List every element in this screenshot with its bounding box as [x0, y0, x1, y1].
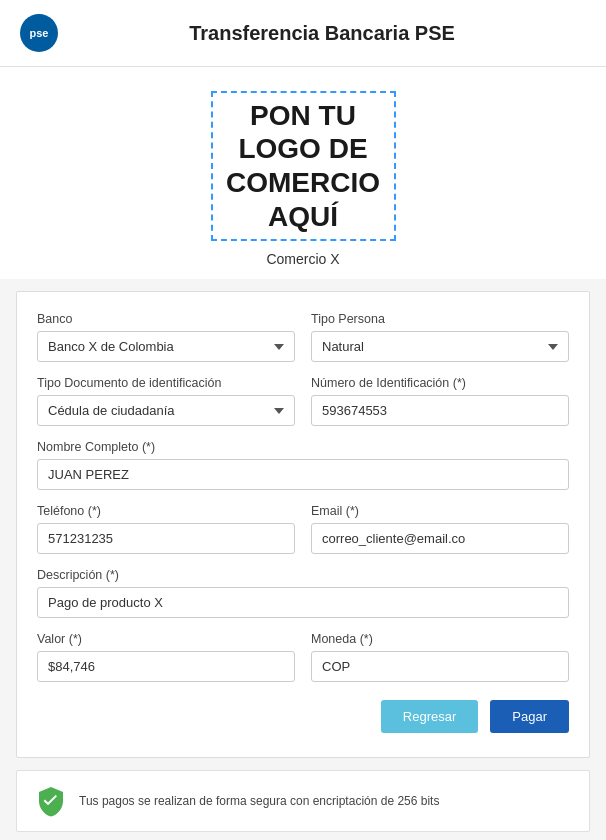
form-row-3: Nombre Completo (*) [37, 440, 569, 490]
telefono-input[interactable] [37, 523, 295, 554]
moneda-input[interactable] [311, 651, 569, 682]
valor-group: Valor (*) [37, 632, 295, 682]
email-input[interactable] [311, 523, 569, 554]
banco-select[interactable]: Banco X de ColombiaBancolombiaDavivienda… [37, 331, 295, 362]
tipo-doc-label: Tipo Documento de identificación [37, 376, 295, 390]
nombre-label: Nombre Completo (*) [37, 440, 569, 454]
num-id-label: Número de Identificación (*) [311, 376, 569, 390]
descripcion-group: Descripción (*) [37, 568, 569, 618]
form-row-2: Tipo Documento de identificación Cédula … [37, 376, 569, 426]
security-text: Tus pagos se realizan de forma segura co… [79, 794, 439, 808]
form-row-5: Descripción (*) [37, 568, 569, 618]
telefono-group: Teléfono (*) [37, 504, 295, 554]
form-section: Banco Banco X de ColombiaBancolombiaDavi… [16, 291, 590, 758]
logo-section: PON TU LOGO DE COMERCIO AQUÍ Comercio X [0, 67, 606, 279]
descripcion-input[interactable] [37, 587, 569, 618]
form-row-1: Banco Banco X de ColombiaBancolombiaDavi… [37, 312, 569, 362]
num-id-input[interactable] [311, 395, 569, 426]
page-title: Transferencia Bancaria PSE [58, 22, 586, 45]
header: pse Transferencia Bancaria PSE [0, 0, 606, 67]
tipo-persona-label: Tipo Persona [311, 312, 569, 326]
nombre-group: Nombre Completo (*) [37, 440, 569, 490]
telefono-label: Teléfono (*) [37, 504, 295, 518]
form-row-6: Valor (*) Moneda (*) [37, 632, 569, 682]
logo-placeholder: PON TU LOGO DE COMERCIO AQUÍ [211, 91, 396, 241]
regresar-button[interactable]: Regresar [381, 700, 478, 733]
commerce-name: Comercio X [266, 251, 339, 267]
tipo-doc-select[interactable]: Cédula de ciudadaníaPasaporteNIT [37, 395, 295, 426]
email-group: Email (*) [311, 504, 569, 554]
pse-logo: pse [20, 14, 58, 52]
nombre-input[interactable] [37, 459, 569, 490]
banco-group: Banco Banco X de ColombiaBancolombiaDavi… [37, 312, 295, 362]
banco-label: Banco [37, 312, 295, 326]
logo-placeholder-text: PON TU LOGO DE COMERCIO AQUÍ [225, 99, 382, 233]
valor-label: Valor (*) [37, 632, 295, 646]
form-row-4: Teléfono (*) Email (*) [37, 504, 569, 554]
moneda-label: Moneda (*) [311, 632, 569, 646]
descripcion-label: Descripción (*) [37, 568, 569, 582]
pagar-button[interactable]: Pagar [490, 700, 569, 733]
shield-icon [35, 785, 67, 817]
security-banner: Tus pagos se realizan de forma segura co… [16, 770, 590, 832]
valor-input[interactable] [37, 651, 295, 682]
tipo-persona-select[interactable]: NaturalJurídica [311, 331, 569, 362]
num-id-group: Número de Identificación (*) [311, 376, 569, 426]
button-row: Regresar Pagar [37, 700, 569, 733]
email-label: Email (*) [311, 504, 569, 518]
tipo-doc-group: Tipo Documento de identificación Cédula … [37, 376, 295, 426]
tipo-persona-group: Tipo Persona NaturalJurídica [311, 312, 569, 362]
moneda-group: Moneda (*) [311, 632, 569, 682]
